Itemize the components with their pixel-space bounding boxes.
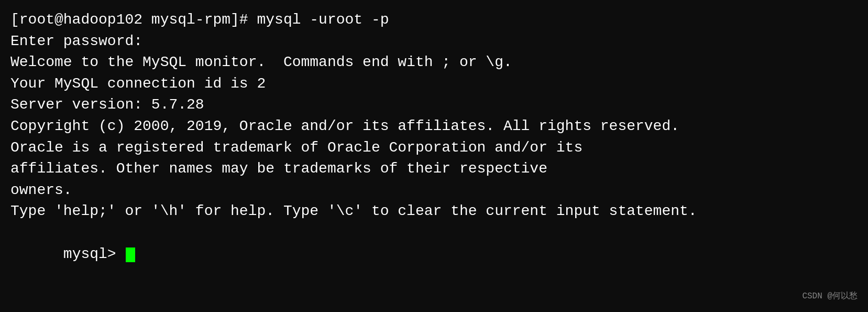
terminal-line: Your MySQL connection id is 2 — [10, 73, 858, 95]
terminal-line: owners. — [10, 180, 858, 201]
terminal-prompt-line: mysql> — [10, 222, 858, 286]
terminal-line: Server version: 5.7.28 — [10, 94, 858, 116]
terminal-line: [root@hadoop102 mysql-rpm]# mysql -uroot… — [10, 9, 858, 31]
terminal-line: Copyright (c) 2000, 2019, Oracle and/or … — [10, 116, 858, 137]
terminal-line: Type 'help;' or '\h' for help. Type '\c'… — [10, 201, 858, 222]
terminal-line: Welcome to the MySQL monitor. Commands e… — [10, 52, 858, 73]
terminal-line: affiliates. Other names may be trademark… — [10, 158, 858, 180]
terminal-output: [root@hadoop102 mysql-rpm]# mysql -uroot… — [10, 9, 858, 286]
terminal-prompt: mysql> — [63, 246, 125, 262]
terminal-line: Enter password: — [10, 31, 858, 52]
watermark-label: CSDN @何以愁 — [802, 291, 858, 303]
terminal-cursor — [126, 248, 135, 262]
terminal-window[interactable]: [root@hadoop102 mysql-rpm]# mysql -uroot… — [0, 0, 868, 312]
terminal-line: Oracle is a registered trademark of Orac… — [10, 137, 858, 159]
